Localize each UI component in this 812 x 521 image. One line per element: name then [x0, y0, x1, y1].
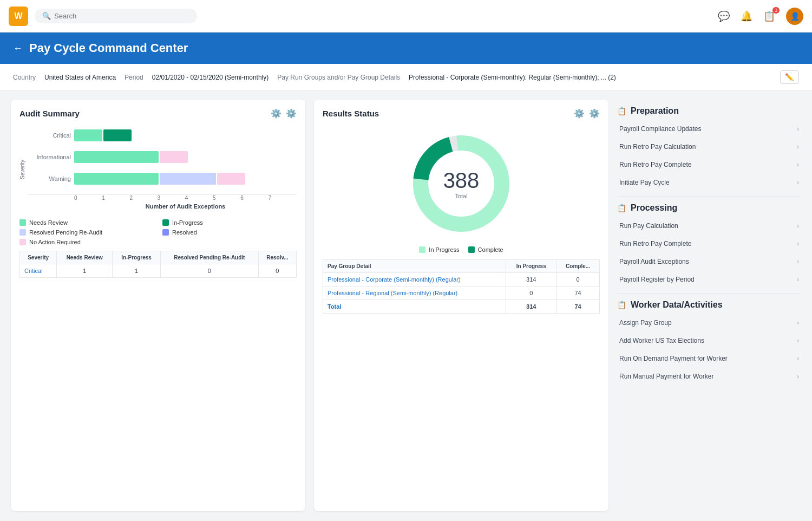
donut-legend: In Progress Complete: [323, 246, 600, 253]
section-divider-1: [617, 196, 801, 197]
back-button[interactable]: ←: [13, 43, 23, 54]
page-title: Pay Cycle Command Center: [29, 41, 188, 55]
processing-items: Run Pay Calculation › Run Retro Pay Comp…: [617, 217, 801, 289]
edit-filter-button[interactable]: ✏️: [780, 70, 799, 84]
bar-info-no-action: [160, 151, 188, 163]
filter-icon-2[interactable]: ⚙️: [574, 108, 585, 119]
results-total-in-progress: 314: [506, 300, 556, 314]
worker-data-title: Worker Data/Activities: [631, 300, 723, 310]
item-assign-pay-group[interactable]: Assign Pay Group ›: [617, 314, 801, 332]
chevron-right-icon: ›: [797, 125, 799, 133]
results-row-2-complete: 74: [556, 286, 600, 300]
item-payroll-audit-exceptions[interactable]: Payroll Audit Exceptions ›: [617, 253, 801, 271]
td-resolved: 0: [258, 264, 296, 278]
donut-legend-complete: Complete: [478, 246, 503, 253]
table-row: Critical 1 1 0 0: [20, 264, 297, 278]
results-total-complete: 74: [556, 300, 600, 314]
results-total-label: Total: [323, 300, 506, 314]
period-value: 02/01/2020 - 02/15/2020 (Semi-monthly): [152, 74, 269, 81]
settings-icon[interactable]: ⚙️: [286, 108, 297, 119]
th-resolved-pending: Resolved Pending Re-Audit: [160, 251, 258, 264]
th-severity: Severity: [20, 251, 57, 264]
th-needs-review: Needs Review: [57, 251, 113, 264]
search-input[interactable]: [54, 12, 145, 20]
item-run-pay-calculation[interactable]: Run Pay Calculation ›: [617, 217, 801, 235]
nav-icons: 💬 🔔 📋 3 👤: [718, 8, 803, 25]
preparation-items: Payroll Compliance Updates › Run Retro P…: [617, 120, 801, 192]
main-content: Audit Summary ⚙️ ⚙️ Severity Critical: [0, 91, 812, 520]
worker-data-icon: 📋: [617, 301, 626, 309]
bar-critical-needs-review: [74, 129, 102, 141]
item-payroll-register[interactable]: Payroll Register by Period ›: [617, 271, 801, 289]
donut-chart-container: 388 Total: [323, 125, 600, 242]
settings-icon-2[interactable]: ⚙️: [589, 108, 600, 119]
item-initiate-pay-cycle[interactable]: Initiate Pay Cycle ›: [617, 174, 801, 192]
bar-row-critical: Critical: [28, 129, 297, 141]
chat-icon[interactable]: 💬: [718, 10, 730, 22]
th-in-progress: In-Progress: [113, 251, 161, 264]
bar-info-needs-review: [74, 151, 159, 163]
pay-run-value: Professional - Corporate (Semi-monthly):…: [409, 74, 616, 81]
y-axis-label: Severity: [19, 129, 25, 210]
workday-logo: W: [9, 6, 28, 26]
results-row-2: Professional - Regional (Semi-monthly) (…: [323, 286, 600, 300]
inbox-icon[interactable]: 📋 3: [763, 10, 775, 22]
item-run-on-demand-payment[interactable]: Run On Demand Payment for Worker ›: [617, 350, 801, 368]
legend-resolved-pending: Resolved Pending Re-Audit: [29, 229, 102, 236]
td-in-progress: 1: [113, 264, 161, 278]
filter-icon[interactable]: ⚙️: [271, 108, 281, 119]
filter-bar: Country United States of America Period …: [0, 64, 812, 91]
donut-label: Total: [443, 193, 480, 199]
avatar[interactable]: 👤: [786, 8, 803, 25]
worker-data-section-header: 📋 Worker Data/Activities: [617, 300, 801, 310]
item-add-worker-tax[interactable]: Add Worker US Tax Elections ›: [617, 332, 801, 350]
chevron-right-icon: ›: [797, 258, 799, 265]
donut-chart: 388 Total: [407, 129, 515, 238]
results-status-title: Results Status: [323, 109, 379, 118]
legend-in-progress: In-Progress: [172, 219, 203, 226]
bar-warning-no-action: [217, 173, 245, 185]
results-row-2-in-progress: 0: [506, 286, 556, 300]
audit-summary-title: Audit Summary: [19, 109, 80, 118]
donut-total: 388: [443, 168, 480, 193]
results-row-1-name[interactable]: Professional - Corporate (Semi-monthly) …: [323, 273, 506, 286]
donut-legend-in-progress: In Progress: [429, 246, 459, 253]
item-run-retro-pay-complete[interactable]: Run Retro Pay Complete ›: [617, 156, 801, 174]
pay-run-label: Pay Run Groups and/or Pay Group Details: [277, 74, 400, 81]
legend-resolved: Resolved: [172, 229, 197, 236]
item-run-retro-pay-complete-2[interactable]: Run Retro Pay Complete ›: [617, 235, 801, 253]
item-run-retro-pay-calc[interactable]: Run Retro Pay Calculation ›: [617, 138, 801, 156]
chevron-right-icon: ›: [797, 373, 799, 380]
processing-title: Processing: [631, 203, 677, 213]
country-value: United States of America: [44, 74, 116, 81]
chevron-right-icon: ›: [797, 276, 799, 283]
results-row-1: Professional - Corporate (Semi-monthly) …: [323, 273, 600, 286]
chevron-right-icon: ›: [797, 355, 799, 362]
results-row-total: Total 314 74: [323, 300, 600, 314]
results-status-card: Results Status ⚙️ ⚙️ 388 Total: [314, 100, 608, 511]
audit-summary-table: Severity Needs Review In-Progress Resolv…: [19, 251, 297, 278]
section-divider-2: [617, 293, 801, 294]
search-icon: 🔍: [42, 12, 51, 20]
results-table: Pay Group Detail In Progress Comple... P…: [323, 259, 600, 314]
chevron-right-icon: ›: [797, 161, 799, 168]
bar-row-warning: Warning: [28, 173, 297, 185]
chevron-right-icon: ›: [797, 319, 799, 327]
results-row-2-name[interactable]: Professional - Regional (Semi-monthly) (…: [323, 286, 506, 300]
td-needs-review: 1: [57, 264, 113, 278]
preparation-icon: 📋: [617, 107, 626, 115]
td-severity-critical[interactable]: Critical: [20, 264, 57, 278]
legend-needs-review: Needs Review: [29, 219, 68, 226]
chevron-right-icon: ›: [797, 240, 799, 248]
item-run-manual-payment[interactable]: Run Manual Payment for Worker ›: [617, 368, 801, 386]
td-resolved-pending: 0: [160, 264, 258, 278]
processing-section-header: 📋 Processing: [617, 203, 801, 213]
processing-icon: 📋: [617, 204, 626, 212]
search-bar[interactable]: 🔍: [35, 9, 197, 23]
bar-warning-resolved-pending: [160, 173, 216, 185]
item-payroll-compliance[interactable]: Payroll Compliance Updates ›: [617, 120, 801, 138]
notification-icon[interactable]: 🔔: [741, 10, 752, 22]
bar-warning-needs-review: [74, 173, 159, 185]
results-row-1-in-progress: 314: [506, 273, 556, 286]
chevron-right-icon: ›: [797, 143, 799, 151]
